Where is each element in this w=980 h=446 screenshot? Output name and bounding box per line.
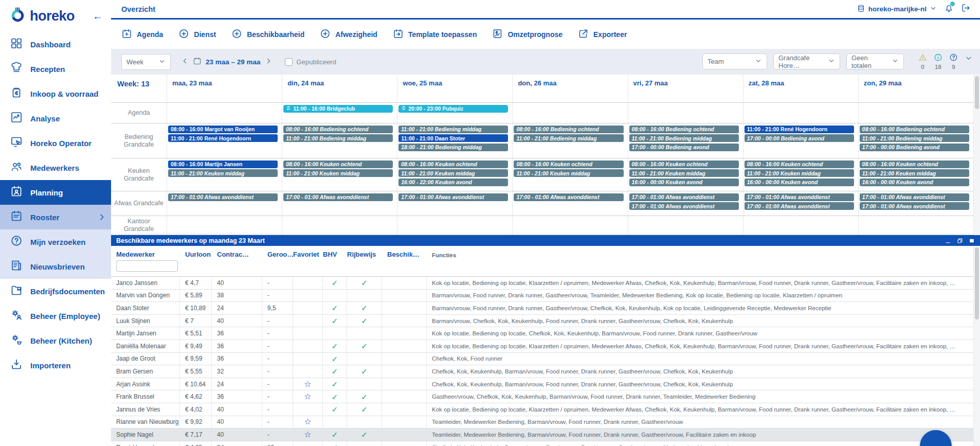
sidebar-item-nieuwsbrieven[interactable]: Nieuwsbrieven <box>0 254 111 279</box>
grid-day-cell[interactable]: 17:00 - 01:00 Afwas avonddienst <box>282 191 397 216</box>
sidebar-item-analyse[interactable]: Analyse <box>0 106 111 131</box>
grid-scrollbar-thumb[interactable] <box>975 76 979 109</box>
grid-day-cell[interactable]: 17:00 - 01:00 Afwas avonddienst17:00 - 0… <box>858 191 973 216</box>
sidebar-item-mijn-verzoeken[interactable]: Mijn verzoeken <box>0 229 111 254</box>
agenda-event-pill[interactable]: 11:00 - 16:00 Bridgeclub <box>283 105 393 113</box>
dienst-button[interactable]: Dienst <box>178 28 216 41</box>
shift-pill[interactable]: 17:00 - 00:00 Bediening avond <box>629 144 739 151</box>
grid-day-cell[interactable]: 08:00 - 16:00 Keuken ochtend11:00 - 21:0… <box>628 158 743 191</box>
shift-pill[interactable]: 16:00 - 00:00 Keuken avond <box>860 179 969 186</box>
collapse-sidebar-button[interactable]: ← <box>93 11 103 21</box>
collapse-bar-button[interactable] <box>965 54 973 64</box>
sidebar-item-recepten[interactable]: Recepten <box>0 57 111 81</box>
grid-day-cell[interactable]: 08:00 - 16:00 Margot van Rooijen11:00 - … <box>167 123 282 158</box>
shift-pill[interactable]: 16:00 - 00:00 Keuken avond <box>745 179 854 186</box>
minimize-panel-button[interactable] <box>945 238 951 244</box>
column-header[interactable]: BHV <box>323 251 347 258</box>
shift-pill[interactable]: 11:00 - 21:00 Bediening middag <box>860 134 969 142</box>
grid-day-cell[interactable] <box>282 216 397 235</box>
grid-day-cell[interactable]: 08:00 - 16:00 Keuken ochtend11:00 - 21:0… <box>397 158 512 191</box>
shift-pill[interactable]: 08:00 - 16:00 Keuken ochtend <box>629 160 739 168</box>
shift-pill[interactable]: 11:00 - 21:00 René Hogendoorn <box>745 126 854 133</box>
grid-day-cell[interactable]: 17:00 - 01:00 Afwas avonddienst <box>397 191 512 216</box>
employee-row[interactable]: Martijn Jansen€ 5,5136-Kok op locatie, B… <box>111 327 980 340</box>
shift-pill[interactable]: 17:00 - 01:00 Afwas avonddienst <box>860 193 969 201</box>
sidebar-item-beheer-employee[interactable]: Beheer (Employee) <box>0 304 111 328</box>
shift-pill[interactable]: 08:00 - 16:00 Bediening ochtend <box>283 126 393 133</box>
grid-day-cell[interactable]: 17:00 - 01:00 Afwas avonddienst <box>167 191 282 216</box>
shift-pill[interactable]: 17:00 - 01:00 Afwas avonddienst <box>745 193 854 201</box>
grid-day-cell[interactable]: 08:00 - 16:00 Bediening ochtend11:00 - 2… <box>858 123 973 158</box>
restore-panel-button[interactable] <box>957 238 963 244</box>
shift-pill[interactable]: 16:00 - 22:00 Keuken avond <box>398 179 508 186</box>
shift-pill[interactable]: 11:00 - 21:00 Keuken middag <box>168 169 278 177</box>
grid-day-cell[interactable] <box>512 216 627 235</box>
shift-pill[interactable]: 08:00 - 16:00 Keuken ochtend <box>398 160 508 168</box>
employee-row[interactable]: Jaap de Groot€ 9,5936-✓Chefkok, Kok, Foo… <box>111 353 980 366</box>
grid-day-cell[interactable] <box>743 216 858 235</box>
shift-pill[interactable]: 11:00 - 21:00 René Hogendoorn <box>168 134 278 142</box>
column-header[interactable]: Functies <box>427 252 980 258</box>
grid-day-cell[interactable] <box>167 103 282 123</box>
account-menu[interactable]: horeko-marijke-nl <box>857 4 937 14</box>
employee-row[interactable]: Janco Janssen€ 4,740-✓✓Kok op locatie, B… <box>111 277 980 290</box>
column-header[interactable]: Geroo… <box>262 251 293 258</box>
shift-pill[interactable]: 17:00 - 01:00 Afwas avonddienst <box>283 193 393 201</box>
grid-day-cell[interactable] <box>628 103 743 123</box>
column-header[interactable]: Favoriet <box>293 251 323 258</box>
shift-pill[interactable]: 18:00 - 21:00 Bediening middag <box>398 144 508 151</box>
sidebar-item-planning[interactable]: Planning <box>0 180 111 205</box>
sidebar-item-medewerkers[interactable]: Medewerkers <box>0 155 111 180</box>
calendar-icon[interactable] <box>193 57 202 67</box>
exporteer-button[interactable]: Exporteer <box>578 28 627 41</box>
date-range-label[interactable]: 23 maa – 29 maa <box>206 58 261 66</box>
grid-day-cell[interactable] <box>743 103 858 123</box>
column-header[interactable]: Contrac… <box>212 251 262 258</box>
notifications-button[interactable] <box>944 3 954 15</box>
shift-pill[interactable]: 17:00 - 01:00 Afwas avonddienst <box>514 193 623 201</box>
shift-pill[interactable]: 17:00 - 00:00 Bediening avond <box>745 134 854 142</box>
shift-pill[interactable]: 11:00 - 21:00 Keuken middag <box>860 169 969 177</box>
shift-pill[interactable]: 08:00 - 16:00 Bediening ochtend <box>860 126 969 133</box>
shift-pill[interactable]: 17:00 - 01:00 Afwas avonddienst <box>398 193 508 201</box>
grid-day-cell[interactable]: 11:00 - 21:00 René Hogendoorn17:00 - 00:… <box>743 123 858 158</box>
grid-day-cell[interactable]: 08:00 - 16:00 Bediening ochtend11:00 - 2… <box>628 123 743 158</box>
shift-pill[interactable]: 11:00 - 21:00 Keuken middag <box>745 169 854 177</box>
grid-day-cell[interactable] <box>397 216 512 235</box>
view-select[interactable]: Week <box>121 54 171 70</box>
table-scrollbar-thumb[interactable] <box>975 247 979 319</box>
agenda-button[interactable]: Agenda <box>121 28 163 41</box>
totals-select[interactable]: Geen totalen <box>846 53 904 69</box>
info-indicator[interactable]: 18 <box>934 53 942 70</box>
grid-day-cell[interactable] <box>512 103 627 123</box>
column-header[interactable]: Medewerker <box>111 251 180 258</box>
agenda-event-pill[interactable]: 20:00 - 23:00 Pubquiz <box>398 105 508 113</box>
sidebar-item-rooster[interactable]: Rooster <box>0 205 111 229</box>
beschikbaarheid-button[interactable]: Beschikbaarheid <box>231 28 304 41</box>
employee-row[interactable]: Bram Gersen€ 5,5532-✓✓Chefkok, Kok, Keuk… <box>111 365 980 378</box>
shift-pill[interactable]: 17:00 - 01:00 Afwas avonddienst <box>168 193 278 201</box>
shift-pill[interactable]: 17:00 - 01:00 Afwas avonddienst <box>745 202 854 210</box>
grid-day-cell[interactable]: 17:00 - 01:00 Afwas avonddienst <box>512 191 627 216</box>
help-indicator[interactable]: 9 <box>949 53 958 70</box>
grid-day-cell[interactable] <box>167 216 282 235</box>
grid-day-cell[interactable] <box>858 216 973 235</box>
employee-row[interactable]: Arjan Assink€ 10,6424-☆✓Chefkok, Kok, Ke… <box>111 378 980 391</box>
shift-pill[interactable]: 11:00 - 21:00 Bediening middag <box>514 134 623 142</box>
sidebar-item-importeren[interactable]: Importeren <box>0 353 111 378</box>
employee-row[interactable]: Daniëlla Molenaar€ 9,4936-✓✓Kok op locat… <box>111 340 980 353</box>
shift-pill[interactable]: 11:00 - 21:00 Bediening middag <box>629 134 739 142</box>
shift-pill[interactable]: 08:00 - 16:00 Keuken ochtend <box>745 160 854 168</box>
grid-day-cell[interactable] <box>628 216 743 235</box>
employee-row[interactable]: Daan Stoter€ 10,89249,5✓✓Barman/vrouw, F… <box>111 302 980 315</box>
shift-pill[interactable]: 17:00 - 01:00 Afwas avonddienst <box>629 193 739 201</box>
grid-day-cell[interactable]: 20:00 - 23:00 Pubquiz <box>397 103 512 123</box>
shift-pill[interactable]: 08:00 - 16:00 Bediening ochtend <box>629 126 739 133</box>
shift-pill[interactable]: 08:00 - 16:00 Martijn Jansen <box>168 160 278 168</box>
afwezigheid-button[interactable]: Afwezigheid <box>320 28 377 41</box>
employee-row[interactable]: Jannus de Vries€ 4,0240-✓✓Kok op locatie… <box>111 403 980 416</box>
grid-day-cell[interactable]: 17:00 - 01:00 Afwas avonddienst17:00 - 0… <box>628 191 743 216</box>
shift-pill[interactable]: 08:00 - 16:00 Keuken ochtend <box>514 160 623 168</box>
shift-pill[interactable]: 11:00 - 21:00 Bediening middag <box>283 134 393 142</box>
shift-pill[interactable]: 17:00 - 01:00 Afwas avonddienst <box>860 202 969 210</box>
